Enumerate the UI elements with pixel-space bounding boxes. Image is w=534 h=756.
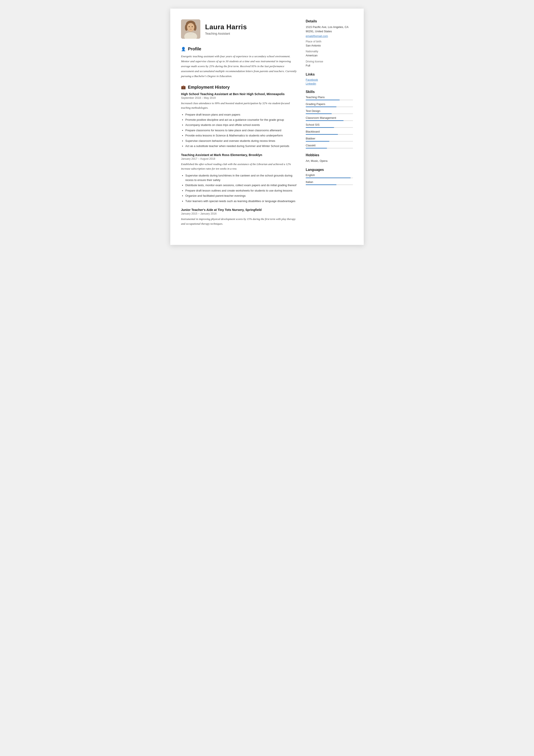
lang-bar-bg-0 — [306, 177, 353, 178]
skill-bar-bg-3 — [306, 120, 353, 121]
bullet: Accompany students on class trips and of… — [185, 123, 297, 127]
skill-name-6: Blabber — [306, 137, 353, 140]
bullet: Provide extra lessons in Science & Mathe… — [185, 133, 297, 138]
place-of-birth: San Antonio — [306, 43, 353, 48]
profile-icon: 👤 — [181, 47, 186, 51]
skill-bar-bg-4 — [306, 127, 353, 128]
employment-section: 💼 Employment History High School Teachin… — [181, 85, 297, 226]
language-name-0: English — [306, 174, 353, 177]
skill-name-4: School SIS — [306, 123, 353, 126]
link-facebook[interactable]: Facebook — [306, 78, 353, 81]
svg-point-8 — [191, 28, 191, 28]
bullet: Organize and facilitated parent-teacher … — [185, 194, 297, 198]
skill-bar-bg-6 — [306, 141, 353, 142]
profile-text: Energetic teaching assistant with four y… — [181, 54, 297, 79]
skill-bar-fill-6 — [306, 141, 329, 142]
job-item: High School Teaching Assistant at Ben No… — [181, 92, 297, 148]
skill-bar-bg-1 — [306, 107, 353, 107]
bullet: Distribute tests, monitor exam sessions,… — [185, 183, 297, 187]
hobbies-text: Art, Music, Opera — [306, 159, 353, 163]
header-info: Laura Harris Teaching Assistant — [205, 23, 247, 35]
languages-section: Languages English Italian — [306, 168, 353, 185]
bullet: Promote positive discipline and act as a… — [185, 118, 297, 122]
language-item-1: Italian — [306, 180, 353, 185]
job-item: Junior Teacher's Aide at Tiny Tots Nurse… — [181, 208, 297, 226]
left-column: Laura Harris Teaching Assistant 👤 Profil… — [181, 19, 297, 232]
profile-section-title: 👤 Profile — [181, 46, 297, 51]
hobbies-section: Hobbies Art, Music, Opera — [306, 153, 353, 163]
job-title-0: High School Teaching Assistant at Ben No… — [181, 92, 297, 96]
place-of-birth-label: Place of birth — [306, 40, 353, 43]
skill-item: Grading Papers — [306, 102, 353, 107]
svg-point-5 — [187, 23, 194, 31]
employment-icon: 💼 — [181, 85, 186, 90]
header: Laura Harris Teaching Assistant — [181, 19, 297, 39]
job-bullets-0: Prepare draft lesson plans and exam pape… — [181, 112, 297, 148]
bullet: Tutor learners with special needs such a… — [185, 199, 297, 203]
skill-bar-bg-7 — [306, 148, 353, 148]
skill-bar-fill-3 — [306, 120, 343, 121]
skill-item: Teaching Plans — [306, 95, 353, 100]
job-title-2: Junior Teacher's Aide at Tiny Tots Nurse… — [181, 208, 297, 211]
skill-name-3: Classroom Management — [306, 116, 353, 120]
email-link[interactable]: email@email.com — [306, 35, 328, 38]
skill-bar-fill-0 — [306, 100, 340, 100]
skill-bar-fill-5 — [306, 134, 338, 135]
job-dates-1: January 2017 – August 2018 — [181, 157, 297, 160]
links-section: Links Facebook Linkedin — [306, 72, 353, 85]
bullet: Supervise students during lunchtimes in … — [185, 173, 297, 182]
skill-item: Blabber — [306, 137, 353, 142]
skill-bar-fill-7 — [306, 148, 327, 148]
languages-title: Languages — [306, 168, 353, 172]
resume-container: Laura Harris Teaching Assistant 👤 Profil… — [170, 9, 364, 245]
bullet: Prepare draft lesson plans and exam pape… — [185, 112, 297, 117]
skill-item: Classroom Management — [306, 116, 353, 121]
language-name-1: Italian — [306, 180, 353, 183]
skill-item: School SIS — [306, 123, 353, 128]
skill-bar-bg-2 — [306, 113, 353, 114]
driving-license-label: Driving license — [306, 60, 353, 63]
job-dates-2: January 2015 – January 2016 — [181, 212, 297, 215]
details-title: Details — [306, 19, 353, 23]
driving-license: Full — [306, 64, 353, 68]
skill-item: Blackboard — [306, 130, 353, 135]
bullet: Prepare draft lesson outlines and create… — [185, 188, 297, 193]
avatar — [181, 19, 200, 39]
link-linkedin[interactable]: Linkedin — [306, 82, 353, 85]
skill-bar-bg-0 — [306, 100, 353, 100]
skills-section: Skills Teaching Plans Grading Papers Tes… — [306, 90, 353, 148]
nationality: American — [306, 53, 353, 58]
job-description-1: Established the after-school reading clu… — [181, 162, 297, 171]
skill-bar-fill-2 — [306, 113, 332, 114]
job-dates-0: September 2018 – May 2019 — [181, 96, 297, 99]
language-item-0: English — [306, 174, 353, 178]
links-title: Links — [306, 72, 353, 76]
skills-title: Skills — [306, 90, 353, 94]
employment-section-title: 💼 Employment History — [181, 85, 297, 90]
bullet: Prepare classrooms for lessons to take p… — [185, 128, 297, 133]
hobbies-title: Hobbies — [306, 153, 353, 157]
skill-name-1: Grading Papers — [306, 102, 353, 106]
skill-name-2: Test Design — [306, 109, 353, 113]
skill-bar-bg-5 — [306, 134, 353, 135]
lang-bar-bg-1 — [306, 184, 353, 185]
job-description-2: Instrumental in improving physical devel… — [181, 217, 297, 226]
skill-bar-fill-1 — [306, 107, 337, 107]
nationality-label: Nationality — [306, 50, 353, 53]
candidate-name: Laura Harris — [205, 23, 247, 31]
skill-name-0: Teaching Plans — [306, 95, 353, 99]
skill-item: Classkit — [306, 144, 353, 148]
svg-point-7 — [192, 26, 193, 27]
details-section: Details 1515 Pacific Ave, Los Angeles, C… — [306, 19, 353, 68]
job-bullets-1: Supervise students during lunchtimes in … — [181, 173, 297, 203]
svg-point-6 — [189, 26, 190, 27]
job-description-0: Increased class attendance to 99% and bo… — [181, 101, 297, 110]
lang-bar-fill-0 — [306, 177, 351, 178]
bullet: Supervise classroom behavior and oversee… — [185, 139, 297, 143]
address: 1515 Pacific Ave, Los Angeles, CA 90291,… — [306, 25, 353, 34]
lang-bar-fill-1 — [306, 184, 337, 185]
job-title-1: Teaching Assistant at Mark Ross Elementa… — [181, 153, 297, 157]
profile-section: 👤 Profile Energetic teaching assistant w… — [181, 46, 297, 79]
skill-name-7: Classkit — [306, 144, 353, 147]
skill-item: Test Design — [306, 109, 353, 114]
